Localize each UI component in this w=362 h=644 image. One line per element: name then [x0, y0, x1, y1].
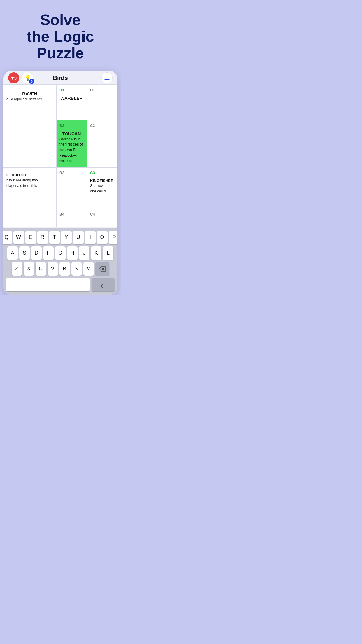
cell-b2-label: B2	[59, 123, 84, 128]
cell-b1-label: B1	[59, 88, 64, 92]
keyboard-row3: Z X C V B N M	[5, 262, 116, 276]
key-i[interactable]: I	[85, 231, 96, 244]
lives-count: 3	[14, 76, 17, 80]
key-f[interactable]: F	[43, 246, 54, 260]
key-s[interactable]: S	[19, 246, 30, 260]
space-key[interactable]	[6, 278, 90, 291]
keyboard: Q W E R T Y U I O P A S D F G H J K L Z …	[3, 228, 117, 295]
hints-count: 3	[29, 79, 34, 84]
lives-badge: 3	[8, 72, 19, 83]
cell-c4-label: C4	[90, 212, 114, 216]
cell-b2[interactable]: B2 TOUCAN Jackdaw is in the first cell o…	[57, 120, 87, 167]
key-m[interactable]: M	[83, 262, 94, 276]
cell-c4[interactable]: C4	[87, 209, 117, 227]
puzzle-title: Birds	[53, 75, 68, 81]
cell-b2-clue: Jackdaw is in the first cell of column F…	[59, 137, 83, 163]
delete-key[interactable]	[95, 262, 109, 276]
cell-b1-word: WARBLER	[59, 94, 84, 101]
key-u[interactable]: U	[73, 231, 84, 244]
menu-icon	[104, 76, 110, 80]
key-z[interactable]: Z	[12, 262, 22, 276]
cell-b4[interactable]: B4	[57, 209, 87, 227]
key-x[interactable]: X	[24, 262, 34, 276]
keyboard-row1: Q W E R T Y U I O P	[5, 231, 116, 244]
header-left: 3 💡 3	[8, 72, 34, 84]
hero-line2: the Logic Puzzle	[27, 28, 94, 62]
menu-button[interactable]	[101, 72, 113, 83]
key-v[interactable]: V	[48, 262, 58, 276]
key-b[interactable]: B	[59, 262, 70, 276]
heart-icon	[11, 75, 14, 81]
cell-a3-word: CUCKOO	[6, 172, 53, 177]
key-p[interactable]: P	[109, 231, 117, 244]
key-k[interactable]: K	[91, 246, 101, 260]
key-a[interactable]: A	[7, 246, 18, 260]
cell-a3-clue: hawk are along two diagonals from this	[6, 178, 38, 188]
cell-b3[interactable]: B3	[57, 168, 87, 209]
key-c[interactable]: C	[36, 262, 46, 276]
hero-title: Solve the Logic Puzzle	[0, 12, 121, 62]
cell-a1[interactable]: RAVEN d Seagull are next her	[3, 85, 56, 120]
key-w[interactable]: W	[13, 231, 24, 244]
key-e[interactable]: E	[25, 231, 36, 244]
key-t[interactable]: T	[49, 231, 60, 244]
cell-c3-clue: Sparrow is one cell d	[90, 184, 107, 194]
cell-a4[interactable]	[3, 209, 56, 227]
cell-c1[interactable]: C1	[87, 85, 117, 120]
cell-c3-word: KINGFISHER	[90, 177, 114, 183]
keyboard-bottom-row	[5, 278, 116, 291]
cell-c1-label: C1	[90, 88, 114, 92]
cell-b1[interactable]: B1 WARBLER	[57, 85, 87, 120]
cell-a2[interactable]	[3, 120, 56, 167]
grid-table: RAVEN d Seagull are next her B1 WARBLER …	[3, 84, 117, 227]
cell-a1-clue: d Seagull are next her	[6, 97, 42, 101]
cell-c2-label: C2	[90, 123, 114, 128]
key-j[interactable]: J	[79, 246, 89, 260]
return-key[interactable]	[92, 278, 115, 291]
hero-line1: Solve	[40, 11, 81, 28]
cell-b3-label: B3	[59, 171, 84, 175]
cell-a1-word: RAVEN	[6, 90, 53, 96]
cell-b4-label: B4	[59, 212, 84, 216]
app-card: 3 💡 3 Birds RAVEN d Seagull	[3, 71, 117, 295]
cell-c3[interactable]: C3 KINGFISHER Sparrow is one cell d	[87, 168, 117, 209]
key-y[interactable]: Y	[61, 231, 72, 244]
key-l[interactable]: L	[103, 246, 113, 260]
puzzle-grid: RAVEN d Seagull are next her B1 WARBLER …	[3, 84, 117, 228]
keyboard-row2: A S D F G H J K L	[5, 246, 116, 260]
app-header: 3 💡 3 Birds	[3, 71, 117, 84]
key-d[interactable]: D	[31, 246, 42, 260]
key-h[interactable]: H	[67, 246, 78, 260]
cell-a3[interactable]: CUCKOO hawk are along two diagonals from…	[3, 168, 56, 209]
cell-c3-label: C3	[90, 171, 114, 175]
key-o[interactable]: O	[97, 231, 108, 244]
cell-b2-word: TOUCAN	[59, 130, 84, 136]
return-icon	[99, 281, 107, 288]
key-n[interactable]: N	[71, 262, 82, 276]
key-r[interactable]: R	[37, 231, 48, 244]
key-g[interactable]: G	[55, 246, 66, 260]
cell-c2[interactable]: C2	[87, 120, 117, 167]
hints-badge[interactable]: 💡 3	[22, 72, 34, 84]
key-q[interactable]: Q	[3, 231, 12, 244]
